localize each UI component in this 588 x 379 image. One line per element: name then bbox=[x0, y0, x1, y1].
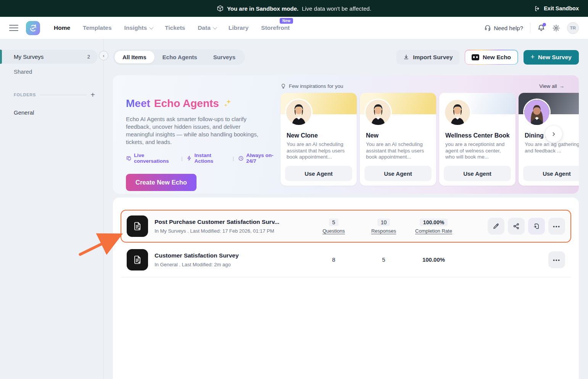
exit-sandbox-button[interactable]: Exit Sandbox bbox=[534, 0, 579, 17]
promo-description: Echo AI Agents ask smarter follow-ups to… bbox=[126, 115, 268, 146]
folders-label: FOLDERS bbox=[14, 92, 36, 97]
agent-card[interactable]: New You are an AI scheduling assistant t… bbox=[360, 93, 436, 186]
agent-avatar bbox=[364, 99, 392, 126]
use-agent-button[interactable]: Use Agent bbox=[285, 166, 352, 181]
agent-cards-row: New Clone You are an AI scheduling assis… bbox=[280, 93, 579, 186]
nav-storefront[interactable]: Storefront New bbox=[261, 24, 290, 31]
nav-templates[interactable]: Templates bbox=[83, 24, 112, 31]
survey-meta: In My Surveys . Last Modified: 17 Feb 20… bbox=[155, 228, 309, 234]
responses-link[interactable]: Responses bbox=[359, 228, 409, 234]
nav-tickets[interactable]: Tickets bbox=[165, 24, 185, 31]
chevron-down-icon bbox=[149, 25, 153, 29]
plus-icon: + bbox=[531, 53, 535, 60]
agent-card[interactable]: Wellness Center Booki... you are a recep… bbox=[439, 93, 516, 186]
stat-responses: 5 bbox=[359, 256, 409, 263]
new-echo-button[interactable]: New Echo bbox=[465, 50, 518, 65]
sidebar-collapse-button[interactable]: ‹ bbox=[99, 51, 108, 60]
import-survey-button[interactable]: Import Survey bbox=[396, 50, 459, 65]
survey-document-icon bbox=[127, 249, 148, 270]
agent-avatar bbox=[285, 99, 313, 126]
create-new-echo-button[interactable]: Create New Echo bbox=[126, 174, 197, 191]
feature-live-conversations: Live conversations bbox=[126, 152, 177, 164]
app-header: Home Templates Insights Tickets Data Lib… bbox=[0, 17, 588, 39]
more-options-button[interactable]: ••• bbox=[548, 218, 565, 235]
lightbulb-icon bbox=[280, 83, 286, 89]
use-agent-button[interactable]: Use Agent bbox=[364, 166, 432, 181]
edit-survey-button[interactable] bbox=[488, 218, 504, 235]
survey-row-customer-satisfaction[interactable]: Customer Satisfaction Survey In General … bbox=[121, 243, 571, 277]
tab-echo-agents[interactable]: Echo Agents bbox=[155, 51, 205, 63]
robot-icon bbox=[472, 54, 479, 60]
notification-dot bbox=[543, 23, 546, 26]
survey-row-post-purchase[interactable]: Post Purchase Customer Satisfaction Surv… bbox=[121, 210, 571, 243]
main-content: All Items Echo Agents Surveys Import Sur… bbox=[104, 39, 588, 379]
agent-card[interactable]: New Clone You are an AI scheduling assis… bbox=[280, 93, 357, 186]
stat-questions: 5 Questions bbox=[309, 219, 359, 234]
view-tabs: All Items Echo Agents Surveys bbox=[113, 49, 245, 65]
stat-completion: 100.00% Completion Rate bbox=[409, 219, 459, 234]
more-options-button[interactable]: ••• bbox=[548, 251, 565, 268]
tab-surveys[interactable]: Surveys bbox=[205, 51, 243, 63]
lightning-icon bbox=[187, 155, 192, 161]
stat-responses: 10 Responses bbox=[359, 219, 409, 234]
header-divider bbox=[530, 23, 530, 33]
stat-completion: 100.00% bbox=[409, 256, 459, 263]
sidebar: My Surveys 2 Shared FOLDERS + General ‹ bbox=[0, 39, 104, 379]
carousel-next-button[interactable] bbox=[545, 126, 562, 143]
chevron-down-icon bbox=[213, 25, 217, 29]
echo-agents-promo-panel: Meet Echo Agents Echo AI Agents ask smar… bbox=[113, 75, 579, 194]
agent-avatar bbox=[523, 99, 551, 126]
clock-icon bbox=[238, 155, 244, 161]
share-survey-button[interactable] bbox=[508, 218, 525, 235]
need-help-link[interactable]: Need help? bbox=[484, 24, 523, 31]
arrow-right-icon: → bbox=[559, 83, 565, 89]
duplicate-survey-button[interactable] bbox=[528, 218, 545, 235]
agent-name: New bbox=[366, 132, 430, 139]
user-avatar[interactable]: TR bbox=[567, 22, 579, 34]
app-logo[interactable] bbox=[26, 21, 40, 35]
nav-home[interactable]: Home bbox=[54, 24, 70, 31]
use-agent-button[interactable]: Use Agent bbox=[444, 166, 511, 181]
chat-icon bbox=[126, 155, 132, 161]
feature-always-on: Always on-24/7 bbox=[238, 152, 280, 164]
exit-icon bbox=[534, 5, 541, 12]
sandbox-cube-icon bbox=[217, 5, 224, 12]
survey-title: Customer Satisfaction Survey bbox=[155, 252, 309, 259]
sandbox-banner: You are in Sandbox mode. Live data won't… bbox=[0, 0, 588, 17]
survey-document-icon bbox=[127, 215, 148, 237]
promo-features: Live conversations | Instant Actions | bbox=[126, 152, 280, 164]
sandbox-banner-subtext: Live data won't be affected. bbox=[302, 5, 371, 12]
feature-instant-actions: Instant Actions bbox=[187, 152, 228, 164]
sidebar-folder-general[interactable]: General bbox=[0, 105, 103, 120]
hamburger-menu-icon[interactable] bbox=[9, 23, 18, 33]
sidebar-item-my-surveys[interactable]: My Surveys 2 bbox=[0, 50, 98, 64]
survey-list: Post Purchase Customer Satisfaction Surv… bbox=[113, 198, 579, 379]
main-nav: Home Templates Insights Tickets Data Lib… bbox=[54, 24, 290, 31]
questions-link[interactable]: Questions bbox=[309, 228, 359, 234]
agent-name: Wellness Center Booki... bbox=[445, 132, 509, 139]
view-all-link[interactable]: View all → bbox=[539, 83, 564, 89]
add-folder-button[interactable]: + bbox=[90, 91, 95, 99]
headset-icon bbox=[484, 24, 491, 31]
agent-description: you are a receptionist and agent of weln… bbox=[445, 141, 509, 160]
nav-data[interactable]: Data bbox=[198, 24, 216, 31]
sandbox-banner-text: You are in Sandbox mode. bbox=[227, 5, 298, 12]
agent-description: You are an AI scheduling assistant that … bbox=[287, 141, 351, 160]
inspirations-label: Few inspirations for you bbox=[280, 83, 343, 89]
storefront-new-badge: New bbox=[280, 18, 293, 24]
new-survey-button[interactable]: + New Survey bbox=[524, 50, 579, 65]
stat-questions: 8 bbox=[309, 256, 359, 263]
completion-rate-link[interactable]: Completion Rate bbox=[409, 228, 459, 234]
nav-library[interactable]: Library bbox=[229, 24, 249, 31]
notifications-bell-button[interactable] bbox=[537, 24, 545, 32]
promo-title: Meet Echo Agents bbox=[126, 97, 280, 110]
use-agent-button[interactable]: Use Agent bbox=[523, 166, 579, 181]
settings-gear-button[interactable] bbox=[552, 24, 560, 32]
sparkles-icon bbox=[223, 99, 233, 109]
download-icon bbox=[403, 54, 409, 60]
tab-all-items[interactable]: All Items bbox=[114, 51, 155, 63]
agent-description: You are an ag gathering and feedback ... bbox=[525, 141, 579, 154]
nav-insights[interactable]: Insights bbox=[124, 24, 152, 31]
sidebar-item-shared[interactable]: Shared bbox=[0, 64, 103, 79]
survey-title: Post Purchase Customer Satisfaction Surv… bbox=[155, 219, 309, 225]
